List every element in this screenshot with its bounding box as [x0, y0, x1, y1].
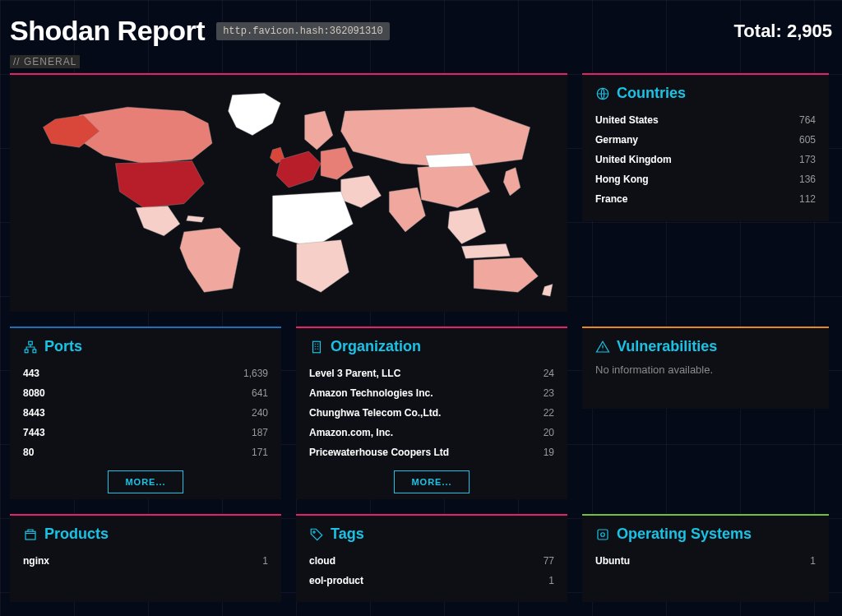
- total-count: Total: 2,905: [734, 21, 832, 42]
- globe-icon: [595, 86, 610, 101]
- organization-more-button[interactable]: MORE...: [394, 470, 470, 493]
- box-icon: [23, 527, 38, 542]
- tags-list: cloud77eol-product1: [309, 551, 554, 591]
- os-title: Operating Systems: [617, 526, 752, 543]
- tags-title: Tags: [331, 526, 364, 543]
- organization-title: Organization: [331, 338, 421, 355]
- list-item[interactable]: Ubuntu1: [595, 551, 816, 571]
- tags-card: Tags cloud77eol-product1: [296, 514, 567, 602]
- disc-icon: [595, 527, 610, 542]
- search-query-pill[interactable]: http.favicon.hash:362091310: [216, 22, 389, 40]
- list-item[interactable]: cloud77: [309, 551, 554, 571]
- list-item[interactable]: 8080641: [23, 383, 268, 403]
- organization-list: Level 3 Parent, LLC24Amazon Technologies…: [309, 364, 554, 462]
- list-item[interactable]: Amazon.com, Inc.20: [309, 423, 554, 442]
- list-item[interactable]: Amazon Technologies Inc.23: [309, 383, 554, 403]
- ports-title: Ports: [44, 338, 82, 355]
- svg-point-8: [601, 532, 605, 536]
- ports-list: 4431,63980806418443240744318780171: [23, 364, 268, 462]
- list-item[interactable]: United Kingdom173: [595, 150, 816, 169]
- svg-point-6: [313, 530, 315, 532]
- list-item[interactable]: Level 3 Parent, LLC24: [309, 364, 554, 383]
- list-item[interactable]: nginx1: [23, 551, 268, 571]
- list-item[interactable]: 4431,639: [23, 364, 268, 383]
- list-item[interactable]: Hong Kong136: [595, 169, 816, 189]
- products-list: nginx1: [23, 551, 268, 571]
- list-item[interactable]: Chunghwa Telecom Co.,Ltd.22: [309, 403, 554, 423]
- vulnerabilities-card: Vulnerabilities No information available…: [582, 327, 829, 409]
- section-label-general: // GENERAL: [10, 55, 80, 68]
- list-item[interactable]: 8443240: [23, 403, 268, 423]
- svg-rect-3: [33, 350, 36, 353]
- svg-rect-7: [598, 530, 608, 540]
- warning-icon: [595, 340, 610, 354]
- header: Shodan Report http.favicon.hash:36209131…: [10, 15, 832, 47]
- list-item[interactable]: Germany605: [595, 130, 816, 150]
- svg-rect-2: [25, 350, 28, 353]
- list-item[interactable]: United States764: [595, 110, 816, 130]
- svg-rect-4: [313, 341, 321, 353]
- ports-more-button[interactable]: MORE...: [108, 470, 183, 493]
- list-item[interactable]: Pricewaterhouse Coopers Ltd19: [309, 442, 554, 462]
- list-item[interactable]: 7443187: [23, 423, 268, 442]
- svg-rect-1: [29, 341, 33, 345]
- countries-list: United States764Germany605United Kingdom…: [595, 110, 816, 209]
- building-icon: [309, 340, 324, 354]
- organization-card: Organization Level 3 Parent, LLC24Amazon…: [296, 327, 567, 499]
- list-item[interactable]: 80171: [23, 442, 268, 462]
- svg-rect-5: [25, 531, 35, 540]
- tag-icon: [309, 527, 324, 542]
- vulnerabilities-title: Vulnerabilities: [617, 338, 717, 355]
- vulnerabilities-empty-text: No information available.: [595, 364, 816, 376]
- ports-card: Ports 4431,63980806418443240744318780171…: [10, 327, 281, 499]
- sitemap-icon: [23, 340, 38, 354]
- countries-title: Countries: [617, 85, 686, 102]
- products-title: Products: [44, 526, 109, 543]
- list-item[interactable]: eol-product1: [309, 571, 554, 591]
- countries-card: Countries United States764Germany605Unit…: [582, 73, 829, 221]
- operating-systems-card: Operating Systems Ubuntu1: [582, 514, 829, 602]
- page-title: Shodan Report: [10, 15, 205, 47]
- products-card: Products nginx1: [10, 514, 281, 602]
- os-list: Ubuntu1: [595, 551, 816, 571]
- world-map-card: [10, 73, 567, 312]
- list-item[interactable]: France112: [595, 189, 816, 209]
- world-map[interactable]: [23, 85, 554, 299]
